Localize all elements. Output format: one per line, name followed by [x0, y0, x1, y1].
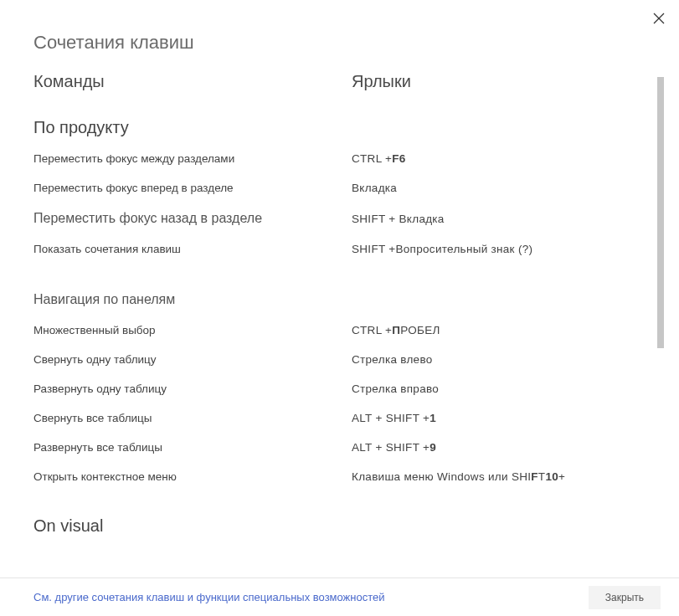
shortcut-row: Развернуть одну таблицу Стрелка вправо — [33, 382, 629, 395]
shortcut-label: Вкладка — [352, 182, 397, 194]
shortcut-label: CTRL +ПРОБЕЛ — [352, 324, 440, 336]
command-label: Свернуть одну таблицу — [33, 353, 352, 366]
shortcut-label: Клавиша меню Windows или SHIFT10+ — [352, 470, 565, 483]
command-label: Переместить фокус назад в разделе — [33, 211, 352, 226]
shortcut-label: CTRL +F6 — [352, 152, 406, 165]
section-cutoff: On visual — [33, 516, 629, 536]
command-label: Развернуть все таблицы — [33, 441, 352, 454]
command-label: Развернуть одну таблицу — [33, 382, 352, 395]
shortcut-label: Стрелка вправо — [352, 382, 439, 395]
shortcut-row: Переместить фокус между разделами CTRL +… — [33, 152, 629, 165]
shortcut-row: Развернуть все таблицы ALT + SHIFT +9 — [33, 441, 629, 454]
shortcut-row: Переместить фокус назад в разделе SHIFT … — [33, 211, 629, 226]
more-shortcuts-link[interactable]: См. другие сочетания клавиш и функции сп… — [33, 591, 385, 603]
shortcut-row: Свернуть все таблицы ALT + SHIFT +1 — [33, 412, 629, 424]
footer: См. другие сочетания клавиш и функции сп… — [0, 578, 679, 616]
section-panels: Навигация по панелям — [33, 289, 629, 307]
shortcut-row: Открыть контекстное меню Клавиша меню Wi… — [33, 470, 629, 483]
header-shortcuts: Ярлыки — [352, 72, 646, 91]
shortcut-label: SHIFT +Вопросительный знак (?) — [352, 243, 532, 255]
shortcut-label: SHIFT + Вкладка — [352, 213, 445, 225]
shortcut-row: Свернуть одну таблицу Стрелка влево — [33, 353, 629, 366]
command-label: Показать сочетания клавиш — [33, 243, 352, 255]
shortcut-row: Показать сочетания клавиш SHIFT +Вопроси… — [33, 243, 629, 255]
shortcut-row: Множественный выбор CTRL +ПРОБЕЛ — [33, 324, 629, 336]
section-product: По продукту — [33, 115, 629, 137]
command-label: Множественный выбор — [33, 324, 352, 336]
header-row: Команды Ярлыки — [33, 72, 646, 91]
command-label: Переместить фокус вперед в разделе — [33, 182, 352, 194]
command-label: Открыть контекстное меню — [33, 470, 352, 483]
shortcut-label: Стрелка влево — [352, 353, 433, 366]
shortcut-row: Переместить фокус вперед в разделе Вклад… — [33, 182, 629, 194]
shortcuts-dialog: Сочетания клавиш Команды Ярлыки По проду… — [0, 0, 679, 616]
header-commands: Команды — [33, 72, 352, 91]
shortcut-label: ALT + SHIFT +9 — [352, 441, 436, 454]
close-button[interactable]: Закрыть — [589, 586, 661, 609]
command-label: Свернуть все таблицы — [33, 412, 352, 424]
scroll-area[interactable]: По продукту Переместить фокус между разд… — [33, 115, 646, 558]
shortcut-label: ALT + SHIFT +1 — [352, 412, 436, 424]
close-icon[interactable] — [651, 10, 667, 27]
dialog-title: Сочетания клавиш — [33, 0, 646, 72]
scrollbar-thumb[interactable] — [657, 77, 664, 348]
command-label: Переместить фокус между разделами — [33, 152, 352, 165]
